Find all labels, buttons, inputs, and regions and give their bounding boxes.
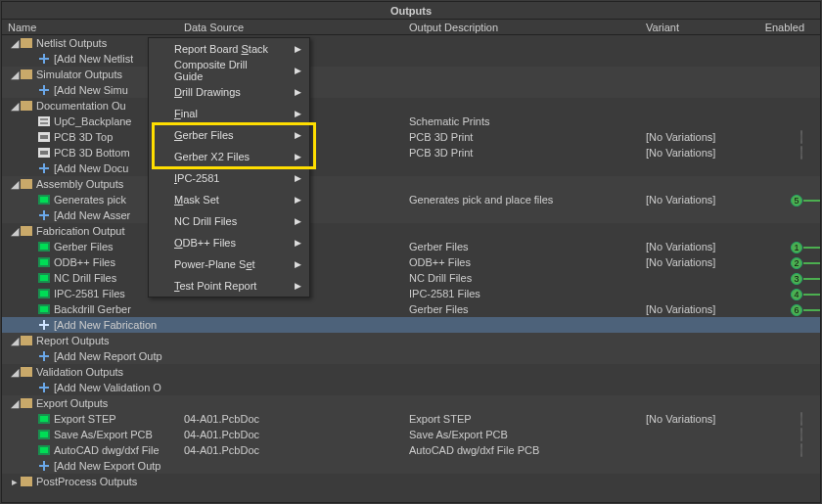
enabled-indicator[interactable] — [800, 146, 802, 160]
menu-power-plane-set[interactable]: Power-Plane Set▶ — [149, 253, 309, 275]
folder-icon — [20, 397, 33, 409]
folder-icon — [20, 225, 33, 237]
enabled-indicator[interactable] — [800, 130, 802, 144]
expander-icon[interactable]: ◢ — [10, 333, 20, 348]
add-netlist[interactable]: [Add New Netlist — [2, 51, 820, 67]
svg-rect-13 — [40, 151, 48, 155]
group-export[interactable]: ◢Export Outputs — [2, 395, 820, 411]
group-simulator[interactable]: ◢Simulator Outputs — [2, 67, 820, 82]
export-autocad[interactable]: AutoCAD dwg/dxf File 04-A01.PcbDoc AutoC… — [2, 442, 820, 458]
enabled-indicator[interactable] — [800, 443, 802, 457]
svg-rect-20 — [43, 210, 45, 220]
svg-rect-29 — [40, 291, 48, 297]
header-enabled[interactable]: Enabled — [755, 20, 812, 34]
header-name[interactable]: Name — [2, 20, 178, 34]
export-step[interactable]: Export STEP 04-A01.PcbDoc Export STEP [N… — [2, 411, 820, 427]
header-description[interactable]: Output Description — [403, 20, 640, 34]
assembly-pick[interactable]: Generates pick Generates pick and place … — [2, 192, 820, 207]
add-report[interactable]: [Add New Report Outp — [2, 348, 820, 364]
menu-drill-drawings[interactable]: Drill Drawings▶ — [149, 81, 309, 103]
group-validation[interactable]: ◢Validation Outputs — [2, 364, 820, 380]
menu-gerber-files[interactable]: Gerber Files▶ — [149, 124, 309, 146]
enabled-badge[interactable]: 6 — [791, 304, 802, 316]
doc-upc[interactable]: UpC_Backplane Schematic Prints — [2, 114, 820, 129]
enabled-badge[interactable]: 2 — [791, 257, 802, 269]
submenu-arrow-icon: ▶ — [295, 109, 301, 118]
add-fabrication[interactable]: [Add New Fabrication — [2, 317, 820, 333]
folder-icon — [20, 366, 33, 378]
svg-rect-39 — [43, 383, 45, 392]
doc-pcb3d-top[interactable]: PCB 3D Top PCB 3D Print [No Variations] — [2, 129, 820, 145]
expander-icon[interactable]: ◢ — [10, 35, 20, 51]
menu-report-board-stack[interactable]: Report Board Stack▶ — [149, 38, 309, 60]
submenu-arrow-icon: ▶ — [295, 238, 301, 248]
doc-pcb3d-bottom[interactable]: PCB 3D Bottom PCB 3D Print [No Variation… — [2, 145, 820, 160]
svg-rect-0 — [21, 38, 32, 48]
svg-rect-25 — [40, 259, 48, 265]
output-icon — [37, 429, 51, 440]
enabled-badge[interactable]: 5 — [791, 195, 802, 206]
expander-icon[interactable]: ◢ — [10, 176, 20, 192]
fab-gerber[interactable]: Gerber Files Gerber Files [No Variations… — [2, 239, 820, 254]
svg-rect-16 — [21, 179, 32, 189]
menu-gerber-x2-files[interactable]: Gerber X2 Files▶ — [149, 146, 309, 167]
menu-ipc-2581[interactable]: IPC-2581▶ — [149, 167, 309, 189]
submenu-arrow-icon: ▶ — [295, 130, 301, 140]
enabled-indicator[interactable] — [800, 412, 802, 426]
menu-odb-files[interactable]: ODB++ Files▶ — [149, 232, 309, 253]
submenu-arrow-icon: ▶ — [295, 281, 301, 291]
add-assembly[interactable]: [Add New Asser — [2, 207, 820, 223]
svg-rect-49 — [21, 477, 32, 486]
menu-final[interactable]: Final▶ — [149, 103, 309, 124]
menu-nc-drill-files[interactable]: NC Drill Files▶ — [149, 210, 309, 232]
expander-icon[interactable]: ◢ — [10, 67, 20, 82]
group-documentation[interactable]: ◢Documentation Ou — [2, 98, 820, 114]
enabled-badge[interactable]: 4 — [791, 289, 802, 300]
print-icon — [37, 147, 51, 159]
expander-icon[interactable]: ◢ — [10, 98, 20, 114]
fab-ncdrill[interactable]: NC Drill Files NC Drill Files 3 — [2, 270, 820, 286]
menu-test-point-report[interactable]: Test Point Report▶ — [149, 275, 309, 297]
group-netlist[interactable]: ◢Netlist Outputs — [2, 35, 820, 51]
svg-rect-8 — [40, 118, 48, 120]
enabled-indicator[interactable] — [800, 428, 802, 441]
svg-rect-7 — [38, 116, 50, 126]
svg-rect-34 — [21, 336, 32, 345]
plus-icon — [37, 162, 51, 174]
svg-rect-46 — [40, 447, 48, 453]
add-validation[interactable]: [Add New Validation O — [2, 380, 820, 395]
group-postprocess[interactable]: ▸PostProcess Outputs — [2, 474, 820, 489]
svg-rect-23 — [40, 244, 48, 250]
expander-icon[interactable]: ▸ — [10, 474, 20, 489]
add-simulator[interactable]: [Add New Simu — [2, 82, 820, 98]
svg-rect-31 — [40, 306, 48, 312]
fab-odb[interactable]: ODB++ Files ODB++ Files [No Variations] … — [2, 254, 820, 270]
group-report[interactable]: ◢Report Outputs — [2, 333, 820, 348]
plus-icon — [37, 350, 51, 362]
expander-icon[interactable]: ◢ — [10, 223, 20, 239]
enabled-badge[interactable]: 1 — [791, 242, 802, 253]
export-save[interactable]: Save As/Export PCB 04-A01.PcbDoc Save As… — [2, 427, 820, 442]
header-variant[interactable]: Variant — [640, 20, 755, 34]
group-assembly[interactable]: ◢Assembly Outputs — [2, 176, 820, 192]
fab-ipc[interactable]: IPC-2581 Files IPC-2581 Files 4 — [2, 286, 820, 301]
submenu-arrow-icon: ▶ — [295, 259, 301, 269]
print-icon — [37, 131, 51, 143]
svg-rect-21 — [21, 226, 32, 236]
fab-backdrill[interactable]: Backdrill Gerber Gerber Files [No Variat… — [2, 301, 820, 317]
folder-icon — [20, 100, 33, 112]
header-source[interactable]: Data Source — [178, 20, 403, 34]
menu-composite-drill[interactable]: Composite Drill Guide▶ — [149, 60, 309, 81]
enabled-badge[interactable]: 3 — [791, 273, 802, 285]
expander-icon[interactable]: ◢ — [10, 364, 20, 380]
submenu-arrow-icon: ▶ — [295, 87, 301, 97]
add-documentation[interactable]: [Add New Docu — [2, 160, 820, 176]
svg-rect-40 — [21, 398, 32, 408]
menu-mask-set[interactable]: Mask Set▶ — [149, 189, 309, 210]
submenu-arrow-icon: ▶ — [295, 152, 301, 161]
context-menu[interactable]: Report Board Stack▶ Composite Drill Guid… — [148, 37, 310, 298]
folder-icon — [20, 37, 33, 49]
add-export[interactable]: [Add New Export Outp — [2, 458, 820, 474]
group-fabrication[interactable]: ◢Fabrication Output — [2, 223, 820, 239]
expander-icon[interactable]: ◢ — [10, 395, 20, 411]
